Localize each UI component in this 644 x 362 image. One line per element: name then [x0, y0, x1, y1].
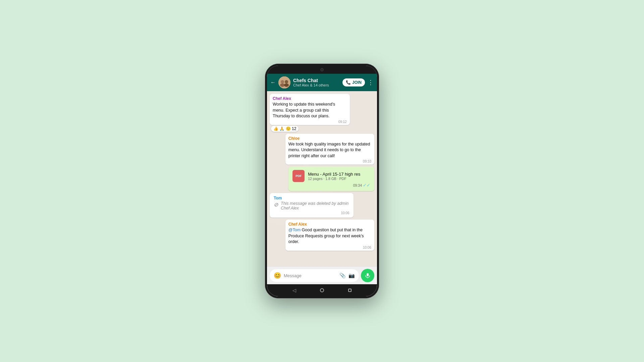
recent-apps-icon[interactable] — [348, 289, 352, 292]
pdf-filename: Menu - April 15-17 high res — [308, 172, 360, 177]
double-tick-icon: ✓✓ — [363, 183, 370, 188]
svg-point-3 — [280, 83, 285, 87]
attach-icon[interactable]: 📎 — [339, 273, 346, 279]
camera-icon[interactable]: 📷 — [348, 273, 355, 279]
mention-tag: @Tom — [288, 228, 301, 232]
join-button[interactable]: 📞 JOIN — [342, 78, 365, 86]
message-text-1: Working to update this weekend's menu. E… — [273, 102, 347, 119]
svg-point-1 — [281, 80, 284, 83]
sender-name-4: Tom — [274, 196, 350, 200]
chat-header: ← Chefs Chat Chef Alex & 14 others � — [267, 74, 377, 91]
camera-dot — [320, 68, 324, 71]
emoji-icon[interactable]: 😊 — [274, 272, 281, 279]
deleted-icon: ⊘ — [274, 201, 278, 208]
message-wrap-1: Chef Alex Working to update this weekend… — [270, 94, 364, 132]
pdf-info: Menu - April 15-17 high res 12 pages · 1… — [308, 172, 360, 181]
back-nav-icon[interactable]: ◁ — [292, 288, 296, 293]
message-bubble-5: Chef Alex @Tom Good question but put tha… — [285, 220, 374, 251]
home-nav-icon[interactable] — [320, 288, 324, 292]
deleted-text: This message was deleted by admin Chef A… — [281, 201, 350, 210]
message-bubble-1: Chef Alex Working to update this weekend… — [270, 94, 350, 125]
message-time-5: 10:06 — [288, 246, 371, 249]
svg-point-4 — [284, 83, 289, 87]
svg-point-2 — [285, 80, 288, 83]
message-time-4: 10:06 — [274, 211, 350, 215]
group-subtitle: Chef Alex & 14 others — [293, 83, 340, 87]
message-text-5: @Tom Good question but put that in the P… — [288, 227, 371, 245]
message-text-2: We took high quality images for the upda… — [288, 141, 371, 159]
header-info: Chefs Chat Chef Alex & 14 others — [293, 78, 340, 87]
nav-bar: ◁ — [267, 284, 377, 296]
join-label: JOIN — [352, 80, 362, 85]
group-avatar — [278, 76, 290, 88]
phone-icon: 📞 — [346, 80, 351, 85]
more-options-icon[interactable]: ⋮ — [368, 79, 374, 86]
group-name: Chefs Chat — [293, 78, 340, 83]
svg-point-0 — [278, 76, 290, 88]
input-bar: 😊 Message 📎 📷 — [267, 267, 377, 284]
message-bubble-2: Chloe We took high quality images for th… — [285, 134, 374, 165]
phone-screen: ← Chefs Chat Chef Alex & 14 others � — [267, 66, 377, 296]
message-bubble-4-deleted: Tom ⊘ This message was deleted by admin … — [270, 193, 354, 218]
back-button[interactable]: ← — [270, 79, 276, 85]
pdf-row: PDF Menu - April 15-17 high res 12 pages… — [292, 170, 370, 182]
chat-body: Chef Alex Working to update this weekend… — [267, 91, 377, 267]
message-input-area[interactable]: 😊 Message 📎 📷 — [270, 269, 359, 282]
message-time-2: 09:33 — [288, 160, 371, 163]
pdf-meta: 12 pages · 1.8 GB · PDF — [308, 177, 360, 181]
message-time-1: 09:12 — [273, 120, 347, 124]
camera-bar — [267, 66, 377, 74]
phone-shell: ← Chefs Chat Chef Alex & 14 others � — [265, 64, 379, 298]
message-bubble-3-pdf: PDF Menu - April 15-17 high res 12 pages… — [288, 167, 374, 191]
sender-name-1: Chef Alex — [273, 96, 347, 101]
pdf-icon: PDF — [292, 170, 305, 182]
svg-rect-5 — [367, 273, 369, 276]
pdf-time: 09:34 — [353, 183, 362, 187]
message-placeholder: Message — [284, 273, 337, 278]
reactions-1: 👍 🙏 🙂 12 — [271, 126, 299, 132]
pdf-time-row: 09:34 ✓✓ — [292, 183, 370, 188]
avatar-image — [278, 76, 290, 88]
sender-name-2: Chloe — [288, 136, 371, 141]
sender-name-5: Chef Alex — [288, 222, 371, 227]
mic-button[interactable] — [361, 269, 374, 282]
deleted-message-inner: ⊘ This message was deleted by admin Chef… — [274, 201, 350, 210]
